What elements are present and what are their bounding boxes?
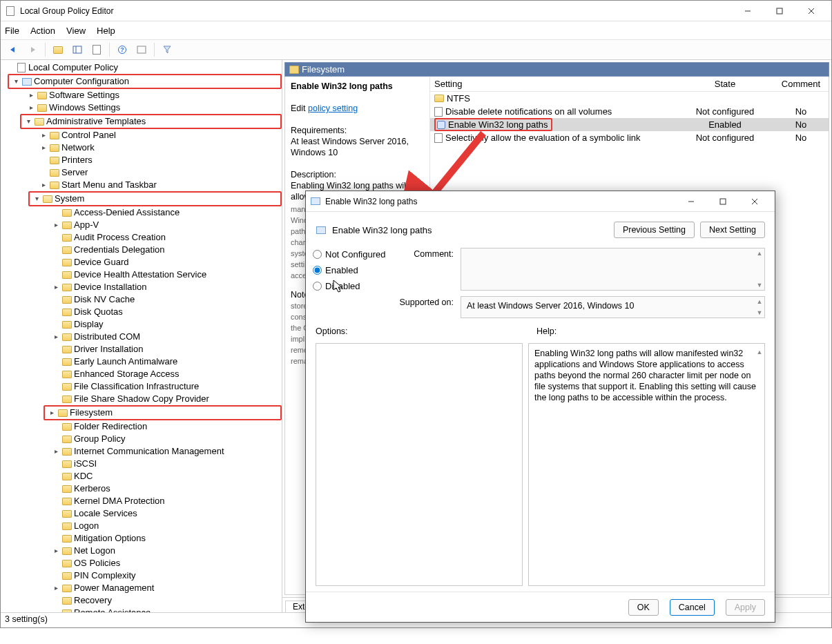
chevron-right-icon[interactable]: ▸ [38, 179, 49, 191]
tree-root[interactable]: Local Computer Policy [28, 61, 118, 74]
tree-item[interactable]: Kerberos [74, 482, 110, 495]
options-pane[interactable] [316, 343, 523, 586]
tree-item[interactable]: Power Management [74, 582, 154, 594]
dialog-maximize-button[interactable] [707, 192, 739, 211]
tree-network[interactable]: Network [61, 142, 95, 154]
tree-computer-configuration[interactable]: Computer Configuration [34, 75, 129, 88]
edit-policy-link[interactable]: policy setting [308, 104, 358, 113]
chevron-right-icon[interactable]: ▸ [26, 89, 37, 101]
tree-item[interactable]: Net Logon [74, 545, 115, 557]
tree-item[interactable]: Display [74, 318, 104, 331]
back-button[interactable] [5, 41, 21, 58]
next-setting-button[interactable]: Next Setting [700, 222, 765, 238]
tree-item[interactable]: Kernel DMA Protection [74, 495, 165, 507]
tree-item[interactable]: Folder Redirection [74, 420, 147, 433]
tree-item[interactable]: OS Policies [74, 557, 120, 569]
dialog-close-button[interactable] [739, 192, 771, 211]
tree-item[interactable]: Early Launch Antimalware [74, 355, 177, 368]
menu-file[interactable]: File [5, 26, 19, 36]
tree-item[interactable]: Mitigation Options [74, 532, 146, 545]
menu-view[interactable]: View [66, 26, 86, 36]
tree-pane[interactable]: Local Computer Policy ▾Computer Configur… [1, 60, 282, 612]
tree-software-settings[interactable]: Software Settings [49, 89, 119, 101]
col-state[interactable]: State [677, 79, 773, 89]
forward-button[interactable] [24, 41, 41, 58]
minimize-button[interactable] [732, 1, 764, 21]
list-row[interactable]: NTFS [430, 92, 829, 105]
help-button[interactable]: ? [114, 41, 130, 58]
export-button[interactable] [88, 41, 105, 58]
tree-item[interactable]: Remote Assistance [74, 607, 151, 612]
chevron-right-icon[interactable]: ▸ [26, 101, 37, 114]
tree-item[interactable]: Access-Denied Assistance [74, 206, 180, 219]
chevron-right-icon[interactable]: ▸ [50, 281, 61, 293]
tree-item[interactable]: File Share Shadow Copy Provider [74, 393, 209, 405]
help-pane[interactable]: Enabling Win32 long paths will allow man… [528, 343, 765, 586]
tree-printers[interactable]: Printers [61, 154, 93, 166]
chevron-right-icon[interactable]: ▸ [46, 407, 57, 419]
toggle-tree-button[interactable] [69, 41, 86, 58]
tree-item[interactable]: Enhanced Storage Access [74, 368, 180, 380]
tree-item[interactable]: File Classification Infrastructure [74, 380, 199, 393]
tree-item[interactable]: Driver Installation [74, 343, 143, 355]
chevron-right-icon[interactable]: ▸ [50, 331, 61, 343]
tree-item[interactable]: Filesystem [70, 407, 113, 419]
list-row[interactable]: Selectively allow the evaluation of a sy… [430, 131, 829, 144]
tree-item[interactable]: Group Policy [74, 433, 125, 445]
tree-start-menu[interactable]: Start Menu and Taskbar [61, 179, 157, 191]
tree-item[interactable]: Disk NV Cache [74, 293, 135, 306]
tree-server[interactable]: Server [61, 166, 88, 179]
apply-button[interactable]: Apply [726, 599, 765, 616]
tree-item[interactable]: iSCSI [74, 458, 97, 470]
radio-disabled[interactable]: Disabled [313, 281, 389, 291]
dialog-minimize-button[interactable] [675, 192, 707, 211]
tree-item[interactable]: Device Guard [74, 256, 128, 269]
row-state: Not configured [677, 106, 773, 117]
chevron-down-icon[interactable]: ▾ [23, 115, 34, 128]
chevron-down-icon[interactable]: ▾ [31, 193, 42, 205]
comment-textbox[interactable]: ▲▼ [461, 248, 765, 291]
toolbar: ? [1, 39, 831, 60]
tree-item[interactable]: App-V [74, 219, 99, 231]
tree-item[interactable]: KDC [74, 470, 93, 482]
chevron-right-icon[interactable]: ▸ [38, 129, 49, 142]
up-button[interactable] [50, 41, 66, 58]
tree-system[interactable]: System [55, 193, 84, 205]
tree-item[interactable]: Device Health Attestation Service [74, 269, 206, 281]
tree-item[interactable]: Internet Communication Management [74, 445, 224, 458]
ok-button[interactable]: OK [628, 599, 659, 616]
menu-help[interactable]: Help [97, 26, 115, 36]
list-row[interactable]: Disable delete notifications on all volu… [430, 105, 829, 118]
chevron-right-icon[interactable]: ▸ [38, 142, 49, 154]
col-setting[interactable]: Setting [430, 79, 677, 89]
chevron-down-icon[interactable]: ▾ [10, 75, 21, 88]
chevron-right-icon[interactable]: ▸ [50, 582, 61, 594]
tree-item[interactable]: Locale Services [74, 507, 137, 520]
list-row[interactable]: Enable Win32 long pathsEnabledNo [430, 118, 829, 131]
tree-control-panel[interactable]: Control Panel [61, 129, 116, 142]
tree-windows-settings[interactable]: Windows Settings [49, 101, 120, 114]
close-button[interactable] [795, 1, 827, 21]
tree-item[interactable]: PIN Complexity [74, 569, 136, 582]
filter-button[interactable] [159, 41, 175, 58]
tree-item[interactable]: Logon [74, 520, 99, 532]
menu-action[interactable]: Action [30, 26, 55, 36]
tree-item[interactable]: Recovery [74, 594, 112, 607]
radio-not-configured[interactable]: Not Configured [313, 249, 389, 260]
cancel-button[interactable]: Cancel [670, 599, 715, 616]
tree-item[interactable]: Distributed COM [74, 331, 140, 343]
previous-setting-button[interactable]: Previous Setting [614, 222, 695, 238]
tree-item[interactable]: Device Installation [74, 281, 147, 293]
maximize-button[interactable] [764, 1, 795, 21]
tree-item[interactable]: Audit Process Creation [74, 231, 166, 244]
chevron-right-icon[interactable]: ▸ [50, 545, 61, 557]
properties-button[interactable] [133, 41, 150, 58]
svg-rect-4 [73, 46, 81, 53]
radio-enabled[interactable]: Enabled [313, 265, 389, 275]
tree-item[interactable]: Disk Quotas [74, 306, 123, 318]
tree-item[interactable]: Credentials Delegation [74, 244, 165, 256]
chevron-right-icon[interactable]: ▸ [50, 219, 61, 231]
tree-admin-templates[interactable]: Administrative Templates [46, 115, 146, 128]
chevron-right-icon[interactable]: ▸ [50, 445, 61, 458]
col-comment[interactable]: Comment [773, 79, 829, 89]
